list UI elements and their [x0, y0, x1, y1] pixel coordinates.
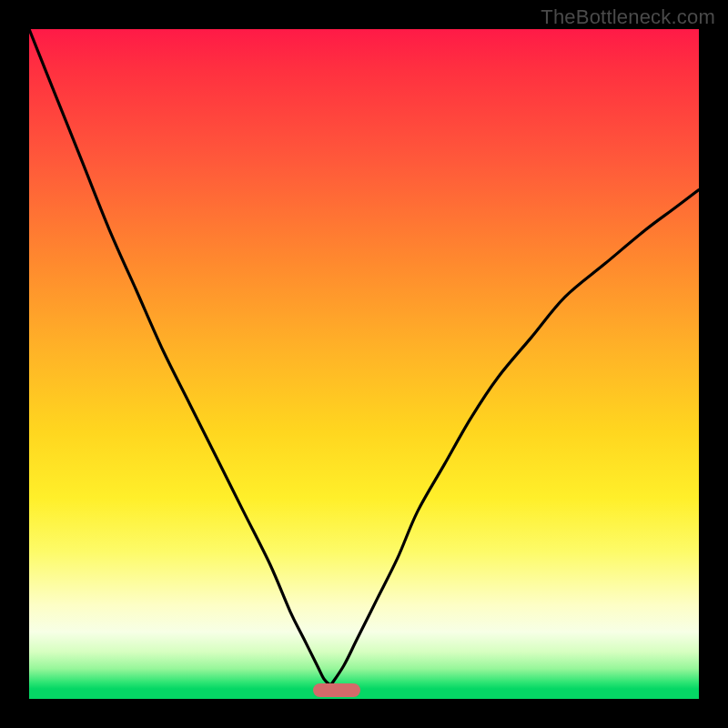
plot-area	[29, 29, 699, 699]
watermark-text: TheBottleneck.com	[541, 5, 715, 29]
bottleneck-marker	[313, 683, 360, 697]
curve-layer	[29, 29, 699, 699]
chart-frame: TheBottleneck.com	[0, 0, 728, 728]
left-curve	[29, 29, 330, 685]
right-curve	[330, 190, 699, 686]
